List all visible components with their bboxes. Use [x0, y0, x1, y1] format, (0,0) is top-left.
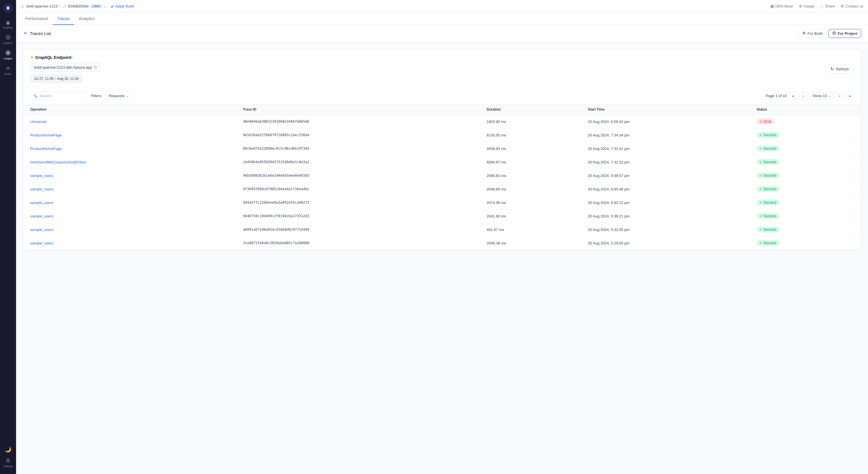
operation-link[interactable]: sample_users: [30, 187, 53, 191]
operation-link[interactable]: sample_users: [30, 201, 53, 205]
search-field[interactable]: [39, 94, 84, 98]
operation-link[interactable]: sample_users: [30, 174, 53, 178]
cell-status: ⚠ Error: [750, 115, 861, 128]
cell-status: ✓ Success: [750, 223, 861, 236]
sidebar-item-builds[interactable]: Builds: [0, 63, 16, 79]
first-page-button[interactable]: «: [789, 92, 797, 100]
copy-icon[interactable]: ⧉: [94, 65, 97, 69]
apply-icon: [110, 4, 114, 8]
cell-duration: 2045.38 ms: [479, 236, 581, 250]
table-row: ProductHomePage 89c6ed75a32098ec9c5c98cd…: [23, 142, 861, 155]
cell-operation: sample_users: [23, 236, 236, 250]
for-project-icon: [832, 31, 836, 36]
endpoint-label: ✦ GraphQL Endpoint:: [30, 55, 100, 60]
operation-link[interactable]: Unnamed: [30, 119, 46, 124]
cell-start-time: 20 Aug 2024, 5:32:05 pm: [581, 223, 750, 236]
cell-operation: Unnamed: [23, 115, 236, 128]
svg-point-5: [7, 52, 9, 54]
tab-performance[interactable]: Performance: [21, 13, 53, 25]
tab-analytics[interactable]: Analytics: [74, 13, 99, 25]
success-icon: ✓: [760, 241, 763, 245]
cell-trace-id: 6f3695209dc6fd852d4aa4a171bea46c: [236, 182, 479, 196]
project-name: bold-sparrow-1213: [26, 4, 57, 8]
for-build-icon: [802, 31, 806, 36]
operation-link[interactable]: ProductHomePage: [30, 147, 62, 151]
contact-link[interactable]: ⚙ Contact us: [841, 4, 863, 8]
success-icon: ✓: [760, 201, 763, 205]
svg-point-6: [7, 460, 9, 462]
breadcrumb-sep: /: [59, 4, 60, 8]
sidebar-item-darkmode[interactable]: 🌙: [3, 444, 13, 455]
endpoint-url-row: ✦ GraphQL Endpoint: bold-sparrow-1213.dd…: [30, 55, 854, 83]
sidebar: ◉ GraphQL Explorer Insights: [0, 0, 16, 474]
usage-icon: ⚙: [799, 4, 802, 8]
app-layout: ◉ GraphQL Explorer Insights: [0, 0, 868, 474]
filter-label: Filters:: [91, 94, 102, 98]
build-badge: Latest: [90, 4, 102, 8]
show-select[interactable]: Show 10 ⌄: [810, 92, 833, 99]
filters-right: Page 1 of 10 « ‹ Show 10 ⌄ › »: [766, 92, 854, 100]
status-badge: ✓ Success: [756, 227, 779, 232]
success-icon: ✓: [760, 214, 763, 218]
cell-duration: 2074.95 ms: [479, 196, 581, 209]
status-badge: ⚠ Error: [756, 119, 774, 124]
success-icon: ✓: [760, 147, 763, 151]
prev-page-button[interactable]: ‹: [799, 92, 807, 100]
cell-duration: 2041.60 ms: [479, 209, 581, 223]
table-row: sample_users 46b5d88362b1e6e2444de5dee8e…: [23, 169, 861, 182]
cell-operation: sample_users: [23, 196, 236, 209]
apply-build-button[interactable]: Apply Build: [110, 4, 134, 8]
sidebar-bottom: 🌙 Settings: [3, 444, 13, 471]
breadcrumb: bold-sparrow-1213 / ⎇ 829d82830e Latest …: [26, 4, 107, 8]
cell-trace-id: cb45064a955020d27515d9d9e1c8e3a2: [236, 155, 479, 169]
last-page-button[interactable]: »: [846, 92, 854, 100]
filter-select[interactable]: Requests ⌄: [105, 92, 132, 100]
success-icon: ✓: [760, 187, 763, 191]
builds-icon: [5, 66, 11, 72]
cell-start-time: 20 Aug 2024, 7:32:32 pm: [581, 155, 750, 169]
usage-link[interactable]: ⚙ Usage: [799, 4, 815, 8]
sidebar-item-graphql[interactable]: ◉ GraphQL: [0, 17, 16, 32]
cell-trace-id: 46b5d88362b1e6e2444de5dee8e9d165: [236, 169, 479, 182]
for-project-button[interactable]: For Project: [828, 29, 861, 38]
sidebar-item-settings[interactable]: Settings: [3, 455, 13, 471]
svg-point-8: [834, 32, 835, 34]
build-chevron: ⌄: [104, 4, 107, 8]
operation-link[interactable]: GetUsersWithCouponsAndOrders: [30, 160, 86, 164]
table-row: ProductHomePage 9d163bab22f86879716883c2…: [23, 128, 861, 142]
build-id: 829d82830e: [68, 4, 89, 8]
cell-start-time: 20 Aug 2024, 5:49:57 pm: [581, 169, 750, 182]
settings-icon: [5, 458, 11, 464]
svg-point-1: [7, 7, 9, 9]
operation-link[interactable]: sample_users: [30, 214, 53, 218]
operation-link[interactable]: sample_users: [30, 228, 53, 232]
cell-start-time: 20 Aug 2024, 5:36:21 pm: [581, 209, 750, 223]
success-icon: ✓: [760, 133, 763, 137]
success-icon: ✓: [760, 174, 763, 178]
col-duration: Duration: [479, 104, 581, 115]
search-icon: 🔍: [33, 94, 38, 98]
cell-duration: 1803.92 ms: [479, 115, 581, 128]
date-range-badge[interactable]: Jul 27, 11:30 – Aug 26, 11:30: [30, 75, 82, 83]
share-link[interactable]: ⬚ Share: [820, 4, 835, 8]
operation-link[interactable]: ProductHomePage: [30, 133, 62, 137]
ddn-base-link[interactable]: ▦ DDN Base: [770, 4, 793, 8]
cell-start-time: 20 Aug 2024, 7:32:41 pm: [581, 142, 750, 155]
cell-trace-id: 9d163bab22f86879716883c2aec336da: [236, 128, 479, 142]
cell-operation: ProductHomePage: [23, 142, 236, 155]
operation-link[interactable]: sample_users: [30, 241, 53, 245]
tab-traces[interactable]: Traces: [53, 13, 74, 25]
ddn-base-icon: ▦: [770, 4, 774, 8]
refresh-button[interactable]: ↻ Refresh: [826, 64, 854, 74]
sidebar-item-explorer[interactable]: Explorer: [0, 32, 16, 48]
cell-status: ✓ Success: [750, 236, 861, 250]
cell-status: ✓ Success: [750, 182, 861, 196]
cell-trace-id: a6891a672d0a824cd3de8d8c0771d449: [236, 223, 479, 236]
next-page-button[interactable]: ›: [836, 92, 844, 100]
cell-status: ✓ Success: [750, 196, 861, 209]
table-row: sample_users 6f3695209dc6fd852d4aa4a171b…: [23, 182, 861, 196]
cell-duration: 2048.80 ms: [479, 182, 581, 196]
for-build-button[interactable]: For Build: [798, 29, 826, 38]
cell-operation: sample_users: [23, 209, 236, 223]
sidebar-item-insights[interactable]: Insights: [0, 48, 16, 63]
